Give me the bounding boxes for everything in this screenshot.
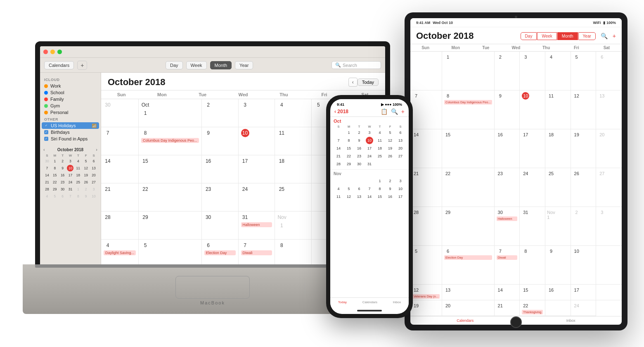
day-view-button[interactable]: Day bbox=[166, 61, 183, 69]
table-row[interactable]: 16 bbox=[202, 155, 239, 183]
mini-cal-prev[interactable]: ‹ bbox=[43, 147, 45, 152]
table-row[interactable]: 24 bbox=[239, 183, 275, 212]
list-item[interactable]: Election Day bbox=[444, 255, 492, 260]
table-row[interactable]: 20 bbox=[442, 300, 495, 316]
table-row[interactable]: 22 Thanksgiving bbox=[520, 300, 545, 316]
month-view-button[interactable]: Month bbox=[210, 61, 232, 69]
table-row[interactable]: 25 bbox=[275, 183, 312, 212]
table-row[interactable]: 5 bbox=[571, 52, 597, 90]
close-dot[interactable] bbox=[43, 50, 48, 54]
table-row[interactable]: 21 bbox=[410, 168, 442, 207]
week-view-button[interactable]: Week bbox=[186, 61, 207, 69]
table-row[interactable]: 10 bbox=[520, 90, 545, 129]
table-row[interactable]: 6 Election Day bbox=[202, 240, 239, 268]
table-row[interactable]: 30 bbox=[202, 212, 239, 240]
table-row[interactable] bbox=[596, 285, 622, 300]
table-row[interactable]: 8 bbox=[520, 246, 545, 285]
year-view-button[interactable]: Year bbox=[235, 61, 253, 69]
table-row[interactable]: 26 bbox=[571, 168, 597, 207]
sidebar-item-school[interactable]: School bbox=[40, 89, 101, 96]
add-calendar-button[interactable]: + bbox=[77, 61, 87, 70]
table-row[interactable]: 30 Halloween bbox=[495, 207, 520, 246]
table-row[interactable]: 21 bbox=[495, 300, 520, 316]
sidebar-item-work[interactable]: Work bbox=[40, 83, 101, 89]
table-row[interactable]: 2 bbox=[495, 52, 520, 90]
iphone-add-icon[interactable]: + bbox=[401, 108, 405, 115]
table-row[interactable]: 24 bbox=[520, 168, 545, 207]
table-row[interactable]: 4 bbox=[275, 99, 312, 127]
table-row[interactable]: 29 bbox=[139, 212, 202, 240]
table-row[interactable]: 15 bbox=[139, 155, 202, 183]
table-row[interactable]: 13 bbox=[596, 90, 622, 129]
sidebar-item-siri-apps[interactable]: Siri Found in Apps bbox=[40, 135, 101, 142]
mini-cal-next[interactable]: › bbox=[96, 147, 97, 152]
ipad-week-btn[interactable]: Week bbox=[537, 32, 556, 40]
list-item[interactable]: Diwali bbox=[497, 255, 518, 260]
minimize-dot[interactable] bbox=[50, 50, 55, 54]
table-row[interactable]: 11 bbox=[545, 90, 571, 129]
table-row[interactable]: Nov 1 bbox=[545, 207, 571, 246]
table-row[interactable]: 14 bbox=[410, 129, 442, 168]
ipad-tab-inbox[interactable]: Inbox bbox=[566, 318, 575, 323]
table-row[interactable]: 10 bbox=[571, 246, 597, 285]
table-row[interactable]: 8 Columbus Day Indigenous Peo... bbox=[442, 90, 495, 129]
table-row[interactable]: 3 bbox=[520, 52, 545, 90]
table-row[interactable]: 1 bbox=[442, 52, 495, 90]
table-row[interactable]: 9 bbox=[495, 90, 520, 129]
table-row[interactable]: 14 bbox=[495, 285, 520, 300]
table-row[interactable]: 5 bbox=[410, 246, 442, 285]
table-row[interactable]: 12 Veterans Day (o... bbox=[410, 285, 442, 300]
table-row[interactable]: 12 bbox=[571, 90, 597, 129]
iphone-tab-calendars[interactable]: Calendars bbox=[362, 300, 377, 304]
ipad-add-icon[interactable]: + bbox=[613, 33, 616, 39]
table-row[interactable]: 23 bbox=[495, 168, 520, 207]
table-row[interactable]: Nov 1 bbox=[275, 212, 312, 240]
table-row[interactable]: 16 bbox=[545, 285, 571, 300]
table-row[interactable]: 19 bbox=[571, 129, 597, 168]
table-row[interactable]: 25 bbox=[545, 168, 571, 207]
iphone-calendar-icon[interactable]: 📋 bbox=[381, 108, 388, 115]
table-row[interactable]: 22 bbox=[139, 183, 202, 212]
table-row[interactable]: 14 bbox=[101, 155, 139, 183]
table-row[interactable]: 24 bbox=[571, 300, 597, 316]
table-row[interactable]: 3 bbox=[596, 207, 622, 246]
calendars-button[interactable]: Calendars bbox=[44, 61, 74, 69]
ipad-month-btn[interactable]: Month bbox=[557, 32, 578, 40]
table-row[interactable]: Oct 1 bbox=[139, 99, 202, 127]
table-row[interactable]: 23 bbox=[202, 183, 239, 212]
iphone-tab-today[interactable]: Today bbox=[338, 300, 347, 304]
table-row[interactable]: 6 bbox=[596, 52, 622, 90]
table-row[interactable]: 15 bbox=[520, 285, 545, 300]
sidebar-item-gym[interactable]: Gym bbox=[40, 102, 101, 109]
ipad-search-icon[interactable]: 🔍 bbox=[601, 33, 608, 39]
table-row[interactable]: 27 bbox=[596, 168, 622, 207]
fullscreen-dot[interactable] bbox=[57, 50, 62, 54]
table-row[interactable] bbox=[596, 246, 622, 285]
table-row[interactable]: 22 bbox=[442, 168, 495, 207]
list-item[interactable]: Halloween bbox=[497, 216, 518, 221]
table-row[interactable]: 30 bbox=[101, 99, 139, 127]
table-row[interactable]: 7 bbox=[410, 90, 442, 129]
table-row[interactable]: 7 bbox=[101, 127, 139, 155]
mac-cal-prev[interactable]: ‹ bbox=[348, 78, 358, 87]
list-item[interactable]: Daylight Saving... bbox=[104, 250, 136, 255]
iphone-search-icon[interactable]: 🔍 bbox=[391, 108, 398, 115]
table-row[interactable]: 19 bbox=[410, 300, 442, 316]
table-row[interactable]: 4 Daylight Saving... bbox=[101, 240, 139, 268]
table-row[interactable]: 5 bbox=[139, 240, 202, 268]
sidebar-item-birthdays[interactable]: Birthdays bbox=[40, 129, 101, 135]
macbook-trackpad[interactable] bbox=[175, 276, 250, 299]
table-row[interactable]: 8 Columbus Day Indigenous Peo... bbox=[139, 127, 202, 155]
table-row[interactable]: 7 Diwali bbox=[495, 246, 520, 285]
table-row[interactable]: 9 bbox=[202, 127, 239, 155]
table-row[interactable]: 28 bbox=[410, 207, 442, 246]
ipad-home-button[interactable] bbox=[510, 316, 522, 328]
table-row[interactable]: 31 Halloween bbox=[239, 212, 275, 240]
table-row[interactable]: 2 bbox=[571, 207, 597, 246]
table-row[interactable] bbox=[410, 52, 442, 90]
list-item[interactable]: Columbus Day Indigenous Peo... bbox=[141, 138, 199, 143]
mac-cal-today[interactable]: Today bbox=[358, 78, 379, 86]
iphone-year-label[interactable]: ‹ 2018 bbox=[334, 109, 381, 114]
table-row[interactable]: 7 Diwali bbox=[239, 240, 275, 268]
table-row[interactable]: 28 bbox=[101, 212, 139, 240]
